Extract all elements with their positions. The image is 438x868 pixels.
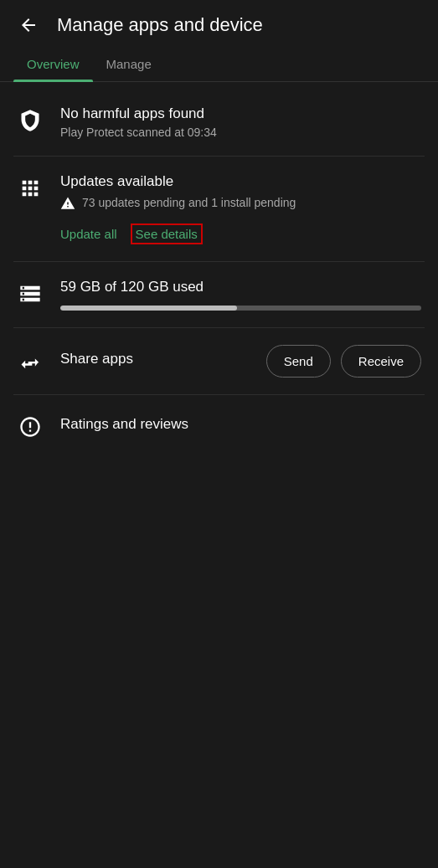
page-title: Manage apps and device (57, 14, 263, 36)
play-protect-subtitle: Play Protect scanned at 09:34 (60, 126, 421, 139)
tab-manage[interactable]: Manage (93, 47, 165, 81)
tabs-bar: Overview Manage (0, 47, 438, 82)
storage-icon (17, 280, 44, 307)
storage-content: 59 GB of 120 GB used (60, 279, 421, 311)
ratings-title: Ratings and reviews (60, 416, 188, 433)
play-protect-content: No harmful apps found Play Protect scann… (60, 105, 421, 139)
share-icon (17, 348, 44, 375)
updates-title: Updates available (60, 173, 421, 190)
storage-title: 59 GB of 120 GB used (60, 279, 421, 295)
share-buttons: Send Receive (266, 345, 421, 378)
shield-icon (17, 107, 44, 134)
ratings-icon (17, 413, 44, 440)
send-button[interactable]: Send (266, 345, 331, 378)
main-content: No harmful apps found Play Protect scann… (0, 82, 438, 464)
share-apps-section: Share apps Send Receive (0, 328, 438, 394)
updates-content: Updates available 73 updates pending and… (60, 173, 421, 244)
update-all-button[interactable]: Update all (60, 227, 117, 241)
updates-section: Updates available 73 updates pending and… (0, 157, 438, 261)
see-details-button[interactable]: See details (131, 223, 203, 244)
play-protect-title: No harmful apps found (60, 105, 421, 122)
header: Manage apps and device (0, 0, 438, 47)
ratings-section[interactable]: Ratings and reviews (0, 395, 438, 457)
storage-progress-bar (60, 306, 421, 311)
tab-overview[interactable]: Overview (13, 47, 93, 81)
updates-warning-text: 73 updates pending and 1 install pending (82, 195, 296, 212)
updates-warning: 73 updates pending and 1 install pending (60, 195, 421, 212)
share-apps-title: Share apps (60, 351, 133, 367)
storage-section: 59 GB of 120 GB used (0, 262, 438, 327)
play-protect-section: No harmful apps found Play Protect scann… (0, 89, 438, 156)
update-actions: Update all See details (60, 223, 421, 244)
receive-button[interactable]: Receive (341, 345, 421, 378)
back-button[interactable] (13, 10, 44, 40)
storage-progress-fill (60, 306, 237, 311)
warning-icon (60, 196, 75, 211)
apps-icon (17, 175, 44, 202)
